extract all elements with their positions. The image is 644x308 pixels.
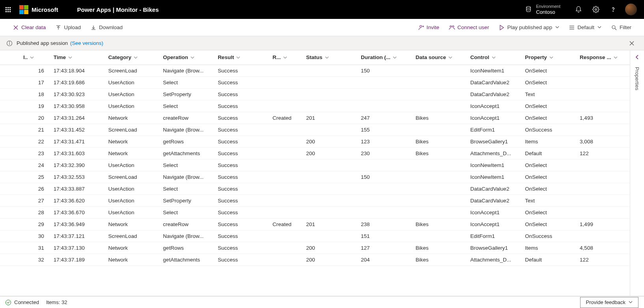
chevron-down-icon bbox=[555, 24, 559, 30]
column-header-label: Status bbox=[306, 54, 322, 60]
cell-datasource bbox=[411, 76, 466, 88]
table-row[interactable]: 1817:43:30.923UserActionSetPropertySucce… bbox=[0, 88, 630, 100]
cell-duration: 238 bbox=[356, 218, 411, 230]
column-header-label: Property bbox=[525, 54, 547, 60]
column-header-datasource[interactable]: Data source bbox=[411, 50, 466, 65]
column-header-status[interactable]: Status bbox=[301, 50, 356, 65]
cell-category: UserAction bbox=[104, 100, 159, 112]
cell-result: Success bbox=[213, 135, 268, 147]
cell-status bbox=[301, 76, 356, 88]
cell-result: Success bbox=[213, 65, 268, 76]
table-row[interactable]: 3217:43:37.189NetworkgetAttachmentsSucce… bbox=[0, 254, 630, 265]
cell-property: OnSelect bbox=[520, 206, 575, 218]
cell-control: IconAccept1 bbox=[466, 112, 521, 124]
table-row[interactable]: 2517:43:32.553ScreenLoadNavigate (Brow..… bbox=[0, 171, 630, 183]
row-lead-cell bbox=[0, 124, 19, 135]
column-header-id[interactable]: I.. bbox=[19, 50, 49, 65]
cell-control: IconNewItem1 bbox=[466, 65, 521, 76]
table-row[interactable]: 1617:43:18.904ScreenLoadNavigate (Brow..… bbox=[0, 65, 630, 76]
cell-resultinfo bbox=[268, 183, 301, 195]
cell-status bbox=[301, 88, 356, 100]
table-row[interactable]: 2417:43:32.390UserActionSelectSuccessIco… bbox=[0, 159, 630, 171]
column-header-category[interactable]: Category bbox=[104, 50, 159, 65]
cell-control: DataCardValue2 bbox=[466, 183, 521, 195]
column-header-duration[interactable]: Duration (... bbox=[356, 50, 411, 65]
chevron-down-icon bbox=[549, 55, 553, 61]
notifications-icon[interactable] bbox=[570, 0, 587, 19]
svg-line-19 bbox=[615, 28, 616, 30]
settings-icon[interactable] bbox=[587, 0, 605, 19]
layout-button[interactable]: Default bbox=[566, 20, 605, 35]
filter-button[interactable]: Filter bbox=[608, 20, 635, 35]
cell-resultinfo: Created bbox=[268, 112, 301, 124]
chevron-down-icon bbox=[30, 55, 34, 61]
cell-resultinfo bbox=[268, 76, 301, 88]
clear-data-label: Clear data bbox=[21, 24, 46, 30]
cell-property: OnSelect bbox=[520, 159, 575, 171]
cell-resultinfo bbox=[268, 195, 301, 206]
column-header-response[interactable]: Response ... bbox=[575, 50, 630, 65]
invite-button[interactable]: Invite bbox=[415, 20, 442, 35]
column-header-label: Data source bbox=[416, 54, 446, 60]
column-header-label: Time bbox=[54, 54, 66, 60]
table-row[interactable]: 2217:43:31.471NetworkgetRowsSuccess20012… bbox=[0, 135, 630, 147]
table-row[interactable]: 3117:43:37.130NetworkgetRowsSuccess20012… bbox=[0, 242, 630, 254]
table-header-row: I..TimeCategoryOperationResultR...Status… bbox=[0, 50, 630, 65]
cell-property: Text bbox=[520, 195, 575, 206]
table-row[interactable]: 2817:43:36.670UserActionSelectSuccessIco… bbox=[0, 206, 630, 218]
cell-property: Items bbox=[520, 135, 575, 147]
cell-time: 17:43:37.121 bbox=[49, 230, 104, 242]
provide-feedback-button[interactable]: Provide feedback bbox=[580, 297, 638, 308]
cell-status bbox=[301, 159, 356, 171]
clear-data-button[interactable]: Clear data bbox=[9, 20, 49, 35]
column-header-label: R... bbox=[273, 54, 281, 60]
download-icon bbox=[90, 24, 97, 31]
column-header-operation[interactable]: Operation bbox=[158, 50, 213, 65]
properties-panel-label[interactable]: Properties bbox=[634, 67, 640, 90]
see-versions-link[interactable]: (See versions) bbox=[70, 40, 103, 46]
table-row[interactable]: 2917:43:36.949NetworkcreateRowSuccessCre… bbox=[0, 218, 630, 230]
row-lead-cell bbox=[0, 171, 19, 183]
svg-point-22 bbox=[9, 41, 9, 42]
cell-operation: Select bbox=[158, 100, 213, 112]
table-row[interactable]: 2717:43:36.620UserActionSetPropertySucce… bbox=[0, 195, 630, 206]
cell-resultinfo bbox=[268, 254, 301, 265]
monitor-table-region[interactable]: I..TimeCategoryOperationResultR...Status… bbox=[0, 50, 630, 296]
table-row[interactable]: 2317:43:31.603NetworkgetAttachmentsSucce… bbox=[0, 147, 630, 159]
cell-property: OnSelect bbox=[520, 100, 575, 112]
table-row[interactable]: 3017:43:37.121ScreenLoadNavigate (Brow..… bbox=[0, 230, 630, 242]
table-row[interactable]: 1917:43:30.958UserActionSelectSuccessIco… bbox=[0, 100, 630, 112]
column-header-control[interactable]: Control bbox=[466, 50, 521, 65]
table-row[interactable]: 2117:43:31.452ScreenLoadNavigate (Brow..… bbox=[0, 124, 630, 135]
help-icon[interactable] bbox=[605, 0, 622, 19]
download-button[interactable]: Download bbox=[87, 20, 126, 35]
connected-status-icon bbox=[6, 300, 11, 305]
cell-status: 200 bbox=[301, 254, 356, 265]
table-row[interactable]: 2017:43:31.264NetworkcreateRowSuccessCre… bbox=[0, 112, 630, 124]
connect-user-button[interactable]: Connect user bbox=[446, 20, 492, 35]
microsoft-logo[interactable]: Microsoft bbox=[19, 5, 58, 14]
info-bar-close-button[interactable] bbox=[626, 37, 638, 49]
cell-id: 26 bbox=[19, 183, 49, 195]
expand-properties-chevron-icon[interactable] bbox=[635, 54, 640, 61]
column-header-time[interactable]: Time bbox=[49, 50, 104, 65]
upload-button[interactable]: Upload bbox=[52, 20, 84, 35]
play-published-button[interactable]: Play published app bbox=[495, 20, 562, 35]
cell-datasource bbox=[411, 124, 466, 135]
column-header-resultinfo[interactable]: R... bbox=[268, 50, 301, 65]
cell-resultinfo bbox=[268, 147, 301, 159]
cell-resultinfo bbox=[268, 65, 301, 76]
table-row[interactable]: 2617:43:33.887UserActionSelectSuccessDat… bbox=[0, 183, 630, 195]
cell-result: Success bbox=[213, 218, 268, 230]
cell-datasource: Bikes bbox=[411, 112, 466, 124]
environment-picker[interactable]: Environment Contoso bbox=[515, 4, 570, 15]
svg-marker-14 bbox=[500, 25, 504, 30]
app-launcher-icon[interactable] bbox=[6, 7, 11, 12]
column-header-result[interactable]: Result bbox=[213, 50, 268, 65]
filter-label: Filter bbox=[620, 24, 631, 30]
column-header-label: Duration (... bbox=[361, 54, 390, 60]
cell-status bbox=[301, 195, 356, 206]
column-header-property[interactable]: Property bbox=[520, 50, 575, 65]
table-row[interactable]: 1717:43:19.686UserActionSelectSuccessDat… bbox=[0, 76, 630, 88]
user-avatar[interactable] bbox=[625, 4, 637, 15]
